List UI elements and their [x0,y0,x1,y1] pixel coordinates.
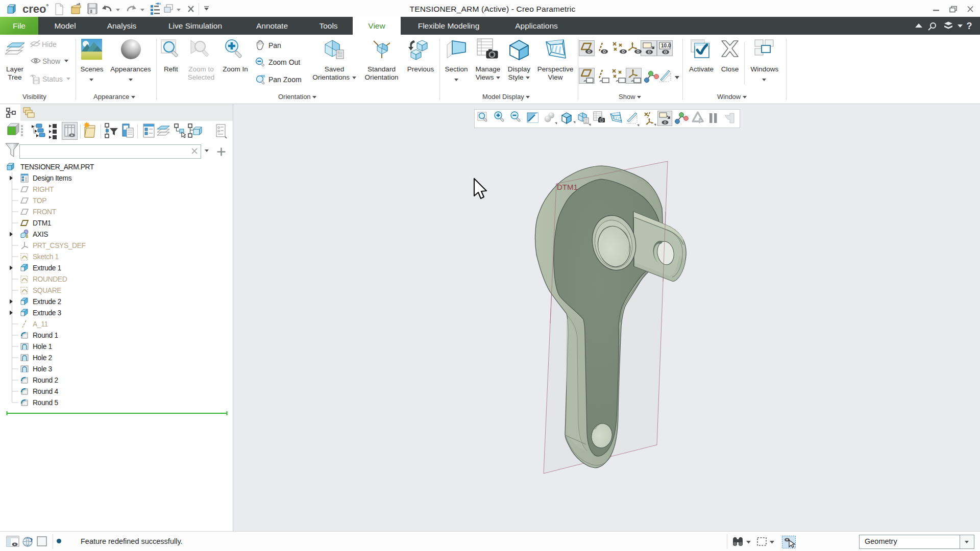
svg-text:Round 2: Round 2 [33,377,58,384]
svg-text:DTM1: DTM1 [33,219,51,227]
svg-text:PRT_CSYS_DEF: PRT_CSYS_DEF [33,242,86,249]
svg-text:Round 4: Round 4 [33,388,58,395]
svg-text:Round 1: Round 1 [33,332,58,339]
svg-text:A_11: A_11 [33,320,48,328]
svg-text:ROUNDED: ROUNDED [33,276,67,283]
svg-text:Extrude 1: Extrude 1 [33,264,61,272]
svg-text:Round 5: Round 5 [33,399,58,407]
svg-text:Sketch 1: Sketch 1 [33,253,59,261]
svg-text:Design Items: Design Items [33,174,72,182]
svg-text:?: ? [967,21,972,31]
svg-text:10.0: 10.0 [661,43,671,48]
svg-text:Extrude 2: Extrude 2 [33,298,61,306]
svg-text:FRONT: FRONT [33,208,57,216]
svg-text:RIGHT: RIGHT [33,186,54,193]
svg-text:DTM1: DTM1 [557,183,578,191]
svg-text:Extrude 3: Extrude 3 [33,309,62,317]
svg-text:Hole 1: Hole 1 [33,343,52,350]
svg-text:TENSIONER_ARM.PRT: TENSIONER_ARM.PRT [20,163,94,171]
svg-text:Hole 3: Hole 3 [33,365,52,373]
svg-text:SQUARE: SQUARE [33,287,61,294]
svg-text:AXIS: AXIS [33,231,48,238]
svg-text:Hole 2: Hole 2 [33,354,52,362]
svg-text:TOP: TOP [33,197,46,205]
